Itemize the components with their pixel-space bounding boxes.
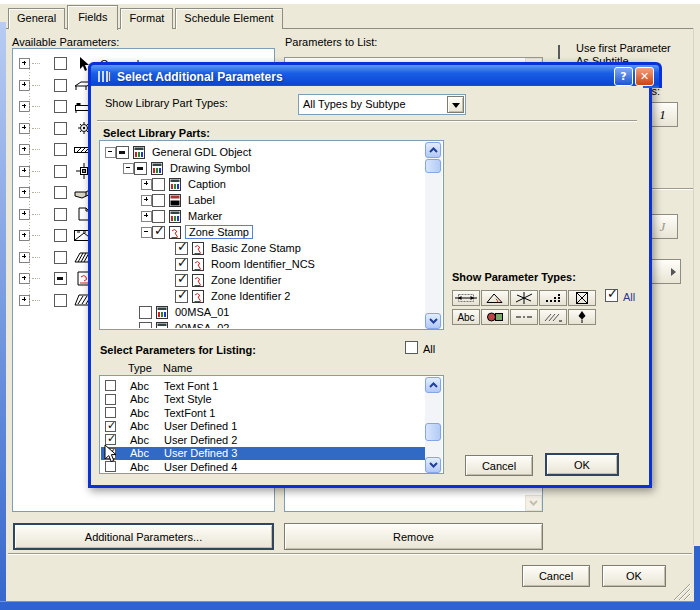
tree-item-room-identifier-ncs[interactable]: ✓Room Identifier_NCS [159,256,425,272]
checkbox[interactable] [105,407,116,418]
library-part-types-dropdown[interactable]: All Types by Subtype [298,94,466,115]
clipped-button-1-label: 1 [659,107,666,123]
checkbox[interactable] [139,306,152,319]
pen-type-button[interactable] [568,309,596,325]
parameter-row-text-font-1[interactable]: AbcText Font 1 [101,379,425,393]
checkbox[interactable] [105,394,116,405]
parameter-row-user-defined-2[interactable]: ✓AbcUser Defined 2 [101,433,425,447]
expander-plus-icon[interactable] [141,211,152,222]
scrollbar-thumb[interactable] [425,159,441,173]
material-type-button[interactable] [481,309,509,325]
parameter-row-user-defined-4[interactable]: AbcUser Defined 4 [101,460,425,472]
checkbox[interactable] [54,165,67,178]
checkbox[interactable] [54,294,67,307]
parameter-row-text-style[interactable]: AbcText Style [101,393,425,407]
tab-general[interactable]: General [8,8,65,29]
angle-type-button[interactable] [481,290,509,306]
checkbox[interactable] [54,186,67,199]
expander-plus-icon[interactable] [141,195,152,206]
boolean-type-button[interactable] [568,290,596,306]
tree-item-00msa-01[interactable]: 00MSA_01 [123,304,425,320]
checkbox[interactable] [54,57,67,70]
chevron-down-icon[interactable] [447,96,464,113]
resize-grip-icon[interactable] [668,582,692,602]
checkbox[interactable] [139,322,152,329]
scroll-down-icon[interactable] [425,313,441,329]
checkbox[interactable]: ✓ [152,226,165,239]
dialog-cancel-button[interactable]: Cancel [465,455,533,476]
scroll-down-icon[interactable] [425,457,441,473]
checkbox[interactable]: ✓ [175,290,188,303]
checkbox[interactable] [152,210,165,223]
additional-parameters-button[interactable]: Additional Parameters... [13,523,274,550]
expander-minus-icon[interactable] [105,147,116,158]
scroll-down-icon[interactable] [525,495,542,511]
help-icon[interactable]: ? [614,67,633,86]
dropdown-value: All Types by Subtype [303,98,406,110]
tree-item-general-gdl-object[interactable]: General GDL Object [105,144,425,160]
tree-item-basic-zone-stamp[interactable]: ✓Basic Zone Stamp [159,240,425,256]
tab-format[interactable]: Format [120,8,173,29]
checkbox[interactable]: ✓ [175,258,188,271]
zone-stamp-icon [191,273,205,288]
remove-button[interactable]: Remove [284,523,543,550]
checkbox[interactable] [152,178,165,191]
integer-type-button[interactable] [539,290,567,306]
tree-item-label[interactable]: Label [141,192,425,208]
tree-item-caption[interactable]: Caption [141,176,425,192]
checkbox[interactable]: ✓ [105,421,116,432]
checkbox[interactable]: ✓ [175,242,188,255]
tree-item-zone-identifier-2[interactable]: ✓Zone Identifier 2 [159,288,425,304]
parameters-listbox[interactable]: AbcText Font 1AbcText StyleAbcTextFont 1… [99,375,444,474]
clipped-flyout-button[interactable] [647,259,681,284]
checkbox[interactable] [54,208,67,221]
dimension-type-button[interactable] [452,290,480,306]
tree-item-zone-identifier[interactable]: ✓Zone Identifier [159,272,425,288]
dialog-ok-label: OK [574,459,590,471]
checkbox[interactable] [105,380,116,391]
library-parts-scrollbar[interactable] [425,142,442,328]
use-first-parameter-checkbox[interactable] [558,45,560,59]
fillpat-type-button[interactable] [539,309,567,325]
window-border-right [694,546,700,610]
checkbox[interactable] [54,251,67,264]
parameters-scrollbar[interactable] [425,377,442,472]
tree-item-marker[interactable]: Marker [141,208,425,224]
checkbox[interactable] [116,146,129,159]
axis-type-button[interactable] [510,290,538,306]
checkbox[interactable] [54,79,67,92]
library-parts-listbox[interactable]: General GDL ObjectDrawing SymbolCaptionL… [99,140,444,330]
checkbox[interactable] [54,122,67,135]
expander-minus-icon[interactable] [141,227,152,238]
library-part-icon [168,209,182,224]
checkbox[interactable]: ✓ [175,274,188,287]
ok-button[interactable]: OK [602,565,666,587]
checkbox[interactable] [134,162,147,175]
parameter-types-all-checkbox[interactable]: ✓ [605,289,618,302]
checkbox[interactable] [54,229,67,242]
checkbox[interactable] [54,272,67,285]
checkbox[interactable] [54,100,67,113]
text-type-button[interactable]: Abc [452,309,480,325]
parameter-row-textfont-1[interactable]: AbcTextFont 1 [101,406,425,420]
dialog-ok-button[interactable]: OK [545,453,619,476]
close-icon[interactable]: ✕ [635,67,654,86]
expander-plus-icon[interactable] [141,179,152,190]
scrollbar-thumb[interactable] [425,423,441,441]
tree-item-drawing-symbol[interactable]: Drawing Symbol [123,160,425,176]
tree-item-00msa-02[interactable]: 00MSA_02 [123,320,425,328]
expander-minus-icon[interactable] [123,163,134,174]
scroll-up-icon[interactable] [425,142,441,158]
tab-schedule-element[interactable]: Schedule Element [175,8,282,29]
cancel-button[interactable]: Cancel [522,565,590,587]
parameter-row-user-defined-3[interactable]: ✓AbcUser Defined 3 [101,447,425,461]
dashline-type-button[interactable] [510,309,538,325]
checkbox[interactable] [54,143,67,156]
dialog-titlebar[interactable]: Select Additional Parameters ? ✕ [88,62,662,88]
checkbox[interactable] [152,194,165,207]
parameter-row-user-defined-1[interactable]: ✓AbcUser Defined 1 [101,420,425,434]
tab-fields[interactable]: Fields [67,5,118,30]
scroll-up-icon[interactable] [425,377,441,393]
library-part-icon [132,145,146,160]
listing-all-checkbox[interactable] [405,341,418,354]
